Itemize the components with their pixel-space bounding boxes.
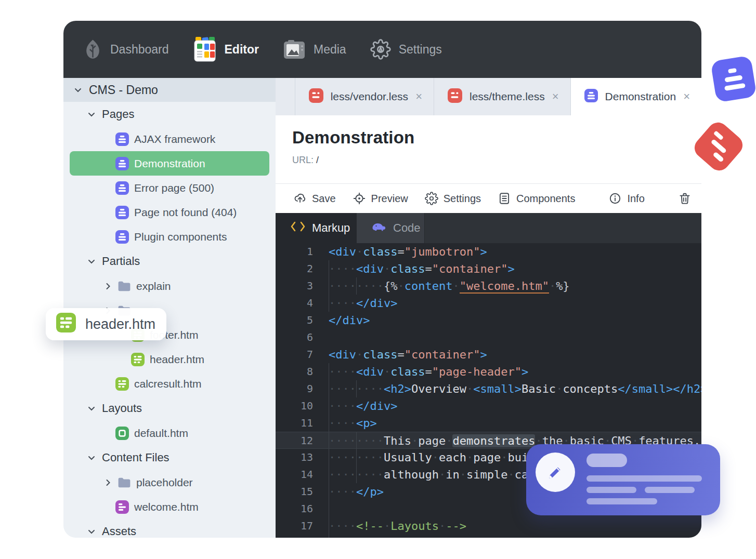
php-icon	[371, 220, 387, 236]
button-label: Info	[627, 193, 644, 205]
code-line-8: 8····<div·class="page-header">	[276, 363, 701, 380]
line-number: 16	[276, 500, 313, 517]
code-line-content: <div·class="container">	[329, 346, 487, 363]
page-title: Demonstration	[292, 128, 701, 148]
skeleton-text-bar	[586, 498, 657, 504]
document-toolbar: SavePreviewSettingsComponentsInfo	[276, 183, 701, 213]
tab-label: less/theme.less	[470, 90, 545, 103]
code-line-content: ····</p>	[329, 483, 384, 500]
tree-item-demonstration[interactable]: Demonstration	[70, 151, 269, 176]
tabbar-left-strip	[276, 78, 295, 115]
partial-file-icon	[56, 313, 76, 336]
tree-section-layouts[interactable]: Layouts	[63, 396, 276, 421]
delete-button[interactable]	[678, 192, 692, 205]
dragged-file-pill[interactable]: header.htm	[46, 308, 166, 340]
editor-tab-markup[interactable]: Markup	[276, 213, 357, 243]
page-icon	[115, 181, 129, 195]
tab-close-icon[interactable]: ×	[683, 90, 690, 103]
chevron-down-icon	[74, 86, 82, 94]
document-tab-less-theme-less[interactable]: less/theme.less×	[434, 78, 571, 115]
code-line-3: 3········{%·content·"welcome.htm"·%}	[276, 277, 701, 295]
tab-close-icon[interactable]: ×	[552, 90, 559, 103]
tree-item-explain[interactable]: explain	[70, 274, 269, 298]
tree-item-placeholder[interactable]: placeholder	[70, 470, 269, 495]
code-line-2: 2····<div·class="container">	[276, 260, 701, 277]
markup-icon	[290, 221, 306, 235]
page-icon	[115, 206, 129, 219]
nav-item-dashboard[interactable]: Dashboard	[83, 38, 169, 60]
tree-item-default-htm[interactable]: default.htm	[70, 421, 269, 445]
nav-item-media[interactable]: Media	[283, 39, 346, 59]
tree-item-label: Plugin components	[134, 231, 227, 243]
code-line-9: 9········<h2>Overview·<small>Basic·conce…	[276, 380, 701, 397]
tree-item-page-not-found-404-[interactable]: Page not found (404)	[70, 200, 269, 224]
info-button[interactable]: Info	[608, 192, 644, 205]
tree-item-error-page-500-[interactable]: Error page (500)	[70, 176, 269, 200]
line-number: 10	[276, 397, 313, 415]
nav-item-editor[interactable]: Editor	[193, 37, 259, 62]
tree-item-plugin-components[interactable]: Plugin components	[70, 224, 269, 249]
nav-label: Media	[314, 43, 346, 57]
line-number: 9	[276, 380, 313, 397]
nav-item-settings[interactable]: Settings	[370, 39, 442, 60]
button-label: Settings	[444, 193, 481, 205]
folder-icon	[118, 281, 131, 292]
less-icon	[309, 88, 323, 105]
tree-section-assets[interactable]: Assets	[63, 519, 276, 538]
code-line-content: ········although·in·simple·ca	[329, 466, 528, 483]
code-line-17: 17····<!--·Layouts·-->	[276, 517, 701, 535]
tree-item-label: welcome.htm	[134, 501, 199, 513]
document-tab-demonstration[interactable]: Demonstration×	[571, 78, 701, 115]
tree-item-label: Page not found (404)	[134, 206, 237, 219]
cog-icon	[425, 192, 438, 205]
skeleton-text-bar	[645, 487, 695, 493]
tree-item-calcresult-htm[interactable]: calcresult.htm	[70, 371, 269, 396]
section-label: Layouts	[102, 402, 142, 415]
pencil-icon	[545, 462, 565, 482]
indent-guide	[329, 500, 329, 517]
tree-section-content-files[interactable]: Content Files	[63, 445, 276, 470]
tree-item-welcome-htm[interactable]: welcome.htm	[70, 495, 269, 519]
less-icon	[448, 88, 462, 105]
editor-tabbar: MarkupCode	[276, 213, 701, 243]
code-line-content: ········Usually·each·page·bui	[329, 449, 528, 466]
editing-preview-card	[526, 444, 720, 515]
line-number: 13	[276, 449, 313, 466]
url-label: URL:	[292, 155, 314, 165]
code-line-7: 7<div·class="container">	[276, 346, 701, 363]
tree-root-label: CMS - Demo	[89, 83, 158, 97]
tree-item-label: Demonstration	[134, 157, 205, 170]
code-line-content: ····<p>	[329, 415, 377, 432]
settings-button[interactable]: Settings	[425, 192, 481, 205]
chevron-down-icon	[87, 454, 96, 462]
chevron-right-icon	[104, 282, 112, 290]
tree-item-label: header.htm	[150, 353, 204, 366]
code-line-content: ····<h2>Layouts</h2>	[329, 535, 466, 538]
partial-icon	[115, 377, 129, 391]
editor-app-icon	[193, 37, 217, 62]
line-number: 14	[276, 466, 313, 483]
tree-item-ajax-framework[interactable]: AJAX framework	[70, 127, 269, 151]
components-button[interactable]: Components	[498, 192, 575, 205]
layout-icon	[115, 427, 129, 440]
tab-close-icon[interactable]: ×	[415, 90, 422, 103]
document-tab-less-vendor-less[interactable]: less/vendor.less×	[295, 78, 434, 115]
chevron-down-icon	[87, 527, 96, 536]
code-line-content: ····</div>	[329, 397, 397, 415]
tree-section-pages[interactable]: Pages	[63, 102, 276, 127]
tree-item-label: Error page (500)	[134, 182, 214, 194]
nav-label: Dashboard	[110, 43, 169, 57]
tree-root-node[interactable]: CMS - Demo	[63, 78, 276, 102]
info-icon	[608, 192, 622, 205]
editor-tab-label: Markup	[312, 221, 350, 235]
preview-button[interactable]: Preview	[353, 192, 408, 205]
line-number: 3	[276, 277, 313, 295]
section-label: Content Files	[102, 451, 170, 464]
editor-tab-code[interactable]: Code	[357, 213, 425, 243]
save-button[interactable]: Save	[293, 192, 336, 205]
page-icon	[115, 132, 129, 146]
media-icon	[283, 39, 306, 59]
tree-section-partials[interactable]: Partials	[63, 249, 276, 274]
tree-item-header-htm[interactable]: header.htm	[70, 347, 269, 371]
tab-label: Demonstration	[605, 90, 676, 103]
